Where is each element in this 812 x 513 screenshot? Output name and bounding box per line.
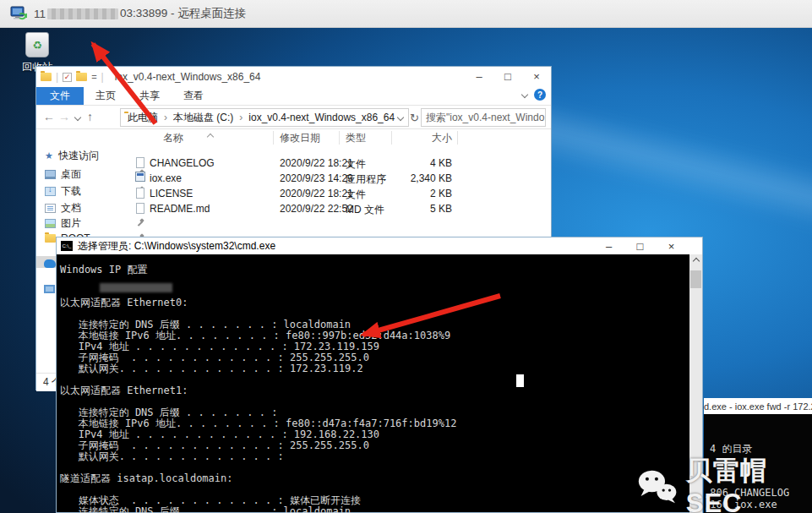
console-line: 以太网适配器 Ethernet0: (60, 297, 677, 308)
recycle-bin-icon[interactable]: ♻ (25, 32, 49, 57)
qat-new-folder-icon[interactable] (76, 73, 87, 81)
sidebar-item-label: 下载 (61, 184, 81, 199)
sidebar-item-desktop[interactable]: 桌面 (45, 166, 139, 182)
cmd-window-controls: – □ × (593, 237, 687, 254)
scrollbar-thumb[interactable] (690, 270, 701, 288)
back-icon[interactable]: ← (43, 110, 55, 123)
history-chevron-icon[interactable] (74, 114, 81, 121)
explorer-window-title: iox_v0.4-next_Windows_x86_64 (115, 71, 261, 83)
cmd-close-button[interactable]: × (656, 237, 687, 254)
wechat-icon (637, 467, 678, 505)
up-icon[interactable]: ↑ (87, 110, 93, 123)
cmd-minimize-button[interactable]: – (593, 237, 624, 254)
file-name: LICENSE (150, 188, 193, 199)
ipconfig-output: Windows IP 配置以太网适配器 Ethernet0: 连接特定的 DNS… (60, 265, 677, 513)
column-divider (273, 131, 274, 145)
pictures-icon (45, 219, 56, 228)
rdp-title-suffix: 03:33899 - 远程桌面连接 (120, 6, 246, 21)
explorer-window-controls: – □ × (465, 67, 551, 85)
file-type: 文件 (346, 188, 366, 202)
address-dropdown-chevron-icon[interactable] (397, 114, 404, 121)
address-bar[interactable]: 此电脑 › 本地磁盘 (C:) › iox_v0.4-next_Windows_… (120, 108, 409, 127)
cmd-icon: C:\_ (61, 241, 73, 251)
file-date: 2020/9/22 18:21 (280, 157, 353, 169)
iox-fwd-window-title: d.exe - iox.exe fwd -r 172.23 (704, 401, 812, 412)
sort-ascending-icon (207, 134, 214, 140)
console-line: Windows IP 配置 (60, 265, 677, 276)
scrollbar-up-icon[interactable] (689, 254, 702, 267)
breadcrumb-local-disk-c[interactable]: 本地磁盘 (C:) (173, 111, 233, 125)
desktop-icon (45, 170, 56, 179)
file-size: 4 KB (374, 157, 452, 169)
explorer-titlebar[interactable]: | ✓ = | iox_v0.4-next_Windows_x86_64 – □… (36, 67, 551, 87)
sidebar-item-pictures[interactable]: 图片 (45, 216, 139, 231)
console-line: 以太网适配器 Ethernet1: (60, 385, 677, 396)
rdp-titlebar[interactable]: 11 03:33899 - 远程桌面连接 (0, 0, 812, 28)
breadcrumb-separator: › (161, 112, 170, 123)
console-line: 默认网关. . . . . . . . . . . . . : (60, 451, 677, 462)
documents-icon (45, 204, 56, 213)
remote-desktop-icon (10, 5, 27, 22)
sidebar-item-quick-access[interactable]: ★ 快速访问 (45, 148, 139, 163)
tab-view[interactable]: 查看 (172, 87, 215, 105)
column-header-name[interactable]: 名称 (163, 131, 183, 145)
forward-icon[interactable]: → (58, 110, 70, 123)
file-type: 文件 (346, 157, 366, 172)
file-name: CHANGELOG (150, 157, 215, 169)
cmd-maximize-button[interactable]: □ (624, 237, 656, 254)
column-divider (391, 131, 392, 145)
column-divider (457, 131, 458, 145)
console-line: 隧道适配器 isatap.localdomain: (60, 473, 677, 484)
pin-icon (136, 219, 144, 227)
tab-file[interactable]: 文件 (36, 87, 84, 105)
sidebar-item-documents[interactable]: 文档 (45, 200, 139, 216)
app-folder-icon (41, 73, 52, 81)
help-icon[interactable]: ? (534, 89, 546, 101)
column-header-size[interactable]: 大小 (383, 131, 452, 145)
cmd-window: C:\_ 选择管理员: C:\Windows\system32\cmd.exe … (56, 237, 703, 513)
file-date: 2020/9/22 18:21 (280, 188, 353, 199)
file-icon (136, 188, 144, 199)
explorer-ribbon-tabs: 文件 主页 共享 查看 (36, 87, 551, 106)
sidebar-item-downloads[interactable]: 下载 (45, 183, 139, 199)
file-size: 2 KB (374, 188, 452, 199)
sidebar-item-label: 桌面 (61, 167, 81, 182)
executable-icon (135, 172, 145, 182)
sidebar-quick-access-label: 快速访问 (58, 149, 99, 163)
column-header-type[interactable]: 类型 (346, 131, 366, 145)
sidebar-item-label: 图片 (61, 216, 81, 231)
refresh-icon[interactable]: ↻ (410, 112, 419, 124)
watermark: 贝雷帽SEC (637, 453, 812, 513)
explorer-maximize-button[interactable]: □ (493, 67, 522, 85)
downloads-icon (45, 187, 56, 196)
cmd-window-title: 选择管理员: C:\Windows\system32\cmd.exe (78, 239, 275, 254)
redacted-ip-block (47, 8, 118, 19)
file-date: 2020/9/22 22:52 (280, 203, 353, 215)
file-size: 5 KB (374, 203, 452, 215)
watermark-text: 贝雷帽SEC (686, 453, 812, 513)
ribbon-expand-chevron-icon[interactable] (521, 91, 528, 98)
tab-home[interactable]: 主页 (84, 87, 128, 105)
console-line: 连接特定的 DNS 后缀 . . . . . . . : localdomain (60, 506, 677, 513)
file-icon (136, 203, 144, 214)
explorer-minimize-button[interactable]: – (465, 67, 493, 85)
breadcrumb-this-pc[interactable]: 此电脑 (128, 111, 158, 125)
file-name: README.md (150, 203, 210, 215)
search-placeholder-text: 搜索"iox_v0.4-next_Windo... (426, 111, 546, 125)
column-header-date[interactable]: 修改日期 (280, 131, 320, 145)
breadcrumb-separator: › (237, 112, 245, 123)
iox-fwd-window-titlebar[interactable]: d.exe - iox.exe fwd -r 172.23 (704, 398, 812, 414)
search-input[interactable]: 搜索"iox_v0.4-next_Windo... (421, 108, 546, 127)
qat-customize-icon[interactable]: = (91, 72, 96, 82)
redacted-command-line (100, 283, 172, 292)
qat-divider: | (56, 71, 58, 83)
rdp-title-ip-prefix: 11 (34, 8, 46, 20)
explorer-close-button[interactable]: × (522, 67, 551, 85)
star-icon: ★ (45, 150, 53, 161)
breadcrumb-current-folder[interactable]: iox_v0.4-next_Windows_x86_64 (248, 112, 395, 123)
qat-properties-icon[interactable]: ✓ (63, 73, 72, 82)
console-cursor-block (516, 374, 524, 387)
rdp-title: 11 03:33899 - 远程桌面连接 (34, 6, 246, 21)
tab-share[interactable]: 共享 (128, 87, 172, 105)
onedrive-icon (44, 259, 56, 268)
